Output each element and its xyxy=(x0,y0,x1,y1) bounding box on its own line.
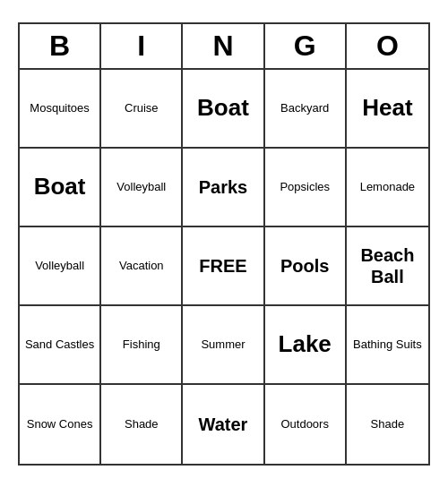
cell-text: Volleyball xyxy=(35,259,84,273)
header-letter: O xyxy=(347,24,428,68)
cell-text: Boat xyxy=(34,173,86,201)
header-letter: I xyxy=(101,24,183,68)
cell-text: Mosquitoes xyxy=(30,101,89,115)
bingo-cell: Water xyxy=(183,385,264,464)
bingo-cell: Shade xyxy=(101,385,183,464)
bingo-cell: Outdoors xyxy=(265,385,347,464)
bingo-cell: Mosquitoes xyxy=(20,70,101,149)
cell-text: Water xyxy=(199,414,248,435)
cell-text: Snow Cones xyxy=(27,417,93,431)
cell-text: Summer xyxy=(201,337,245,352)
bingo-cell: Shade xyxy=(347,385,428,464)
cell-text: Outdoors xyxy=(280,417,328,431)
header-letter: N xyxy=(183,24,264,68)
bingo-cell: Vacation xyxy=(101,227,183,306)
cell-text: Lake xyxy=(279,330,332,358)
bingo-cell: Fishing xyxy=(101,306,183,385)
bingo-grid: MosquitoesCruiseBoatBackyardHeatBoatVoll… xyxy=(20,70,428,464)
cell-text: Beach Ball xyxy=(350,244,425,287)
header-letter: G xyxy=(265,24,347,68)
bingo-cell: Backyard xyxy=(265,70,347,149)
bingo-cell: Heat xyxy=(347,70,428,149)
bingo-cell: Boat xyxy=(183,70,264,149)
bingo-cell: Cruise xyxy=(101,70,183,149)
bingo-cell: Sand Castles xyxy=(20,306,101,385)
cell-text: Cruise xyxy=(125,101,159,115)
cell-text: Fishing xyxy=(123,337,160,352)
cell-text: Parks xyxy=(199,176,248,198)
cell-text: Boat xyxy=(197,94,249,122)
bingo-header: BINGO xyxy=(20,24,428,70)
header-letter: B xyxy=(20,24,101,68)
bingo-cell: Summer xyxy=(183,306,264,385)
cell-text: Shade xyxy=(371,417,405,431)
cell-text: Bathing Suits xyxy=(353,337,422,352)
bingo-cell: Parks xyxy=(183,149,264,227)
cell-text: Heat xyxy=(362,94,412,122)
bingo-card: BINGO MosquitoesCruiseBoatBackyardHeatBo… xyxy=(18,22,430,466)
bingo-cell: Boat xyxy=(20,149,101,227)
bingo-cell: Snow Cones xyxy=(20,385,101,464)
bingo-cell: Lemonade xyxy=(347,149,428,227)
cell-text: Backyard xyxy=(280,101,329,115)
cell-text: Volleyball xyxy=(116,180,166,194)
cell-text: Lemonade xyxy=(360,180,415,194)
cell-text: Pools xyxy=(280,255,329,277)
cell-text: Vacation xyxy=(119,259,164,273)
cell-text: Shade xyxy=(125,417,159,431)
bingo-cell: Volleyball xyxy=(101,149,183,227)
bingo-cell: Beach Ball xyxy=(347,227,428,306)
cell-text: FREE xyxy=(199,255,246,277)
bingo-cell: Bathing Suits xyxy=(347,306,428,385)
bingo-cell: FREE xyxy=(183,227,264,306)
bingo-cell: Pools xyxy=(265,227,347,306)
cell-text: Sand Castles xyxy=(25,337,94,352)
bingo-cell: Volleyball xyxy=(20,227,101,306)
cell-text: Popsicles xyxy=(280,180,330,194)
bingo-cell: Lake xyxy=(265,306,347,385)
bingo-cell: Popsicles xyxy=(265,149,347,227)
